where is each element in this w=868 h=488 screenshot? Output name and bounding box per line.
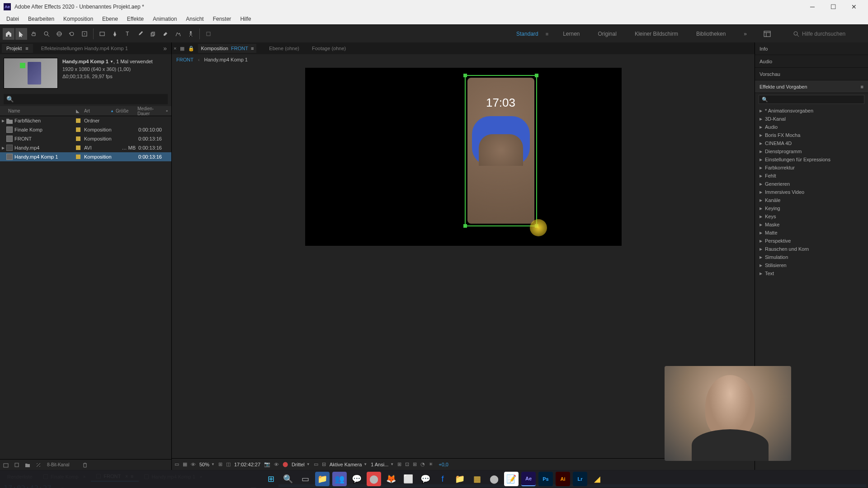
- col-tag[interactable]: ◣: [76, 108, 84, 113]
- red-app-icon[interactable]: ⬤: [367, 472, 381, 486]
- breadcrumb-current[interactable]: FRONT: [176, 57, 193, 62]
- explorer-icon[interactable]: 📁: [315, 472, 330, 486]
- effect-category[interactable]: ▶* Animationsvorgaben: [755, 107, 868, 115]
- channel-icon[interactable]: ⬤: [283, 461, 288, 467]
- project-search-input[interactable]: [4, 94, 168, 104]
- text-tool[interactable]: T: [122, 28, 133, 40]
- effects-search-input[interactable]: [759, 95, 864, 104]
- anchor-tool[interactable]: [79, 28, 90, 40]
- viewer-timecode[interactable]: 17:02:42:27: [234, 462, 260, 467]
- col-name[interactable]: Name: [0, 108, 76, 113]
- rectangle-tool[interactable]: [96, 28, 108, 40]
- mask-handle-tl[interactable]: [463, 74, 467, 77]
- mask-handle-tr[interactable]: [535, 74, 538, 77]
- teams-icon[interactable]: 👥: [332, 472, 347, 486]
- region-icon[interactable]: ◫: [226, 461, 231, 467]
- fast-preview-icon[interactable]: ▭: [314, 461, 318, 467]
- 3d-ground-icon[interactable]: ⊞: [413, 461, 417, 467]
- taskbar-search[interactable]: 🔍: [281, 472, 295, 486]
- panel-audio[interactable]: Audio: [755, 55, 868, 68]
- effect-settings-tab[interactable]: Effekteinstellungen Handy.mp4 Komp 1: [37, 44, 132, 53]
- workspace-kleiner[interactable]: Kleiner Bildschirm: [631, 29, 682, 39]
- effect-category[interactable]: ▶Kanäle: [755, 196, 868, 204]
- new-comp-icon[interactable]: [13, 461, 21, 469]
- brush-tool[interactable]: [134, 28, 146, 40]
- effect-category[interactable]: ▶Einstellungen für Expressions: [755, 155, 868, 164]
- effect-category[interactable]: ▶Perspektive: [755, 237, 868, 245]
- panel-info[interactable]: Info: [755, 42, 868, 55]
- workspace-overflow[interactable]: »: [740, 29, 750, 39]
- puppet-tool[interactable]: [185, 28, 197, 40]
- firefox-icon[interactable]: 🦊: [384, 472, 398, 486]
- panel-collapse-icon[interactable]: »: [163, 45, 167, 52]
- viewer-coord[interactable]: +0,0: [439, 462, 448, 467]
- effect-category[interactable]: ▶Dienstprogramm: [755, 147, 868, 155]
- effect-category[interactable]: ▶Keys: [755, 212, 868, 221]
- effect-category[interactable]: ▶Fehlt: [755, 172, 868, 180]
- menu-hilfe[interactable]: Hilfe: [236, 14, 255, 24]
- resolution-icon[interactable]: ⊞: [218, 461, 222, 467]
- new-folder-icon[interactable]: [24, 461, 32, 469]
- effect-category[interactable]: ▶Generieren: [755, 180, 868, 188]
- col-size[interactable]: Größe: [116, 108, 137, 113]
- whatsapp-icon[interactable]: 💬: [349, 472, 364, 486]
- notepad-icon[interactable]: 📝: [504, 472, 519, 486]
- roto-tool[interactable]: [172, 28, 184, 40]
- timeline-icon[interactable]: ⊟: [322, 461, 326, 467]
- app-icon-2[interactable]: ▦: [470, 472, 484, 486]
- panel-preview[interactable]: Vorschau: [755, 68, 868, 80]
- project-item[interactable]: ▶Handy.mp4AVI… MB0:00:13:16: [0, 143, 171, 152]
- project-item[interactable]: ▶FarbflächenOrdner: [0, 116, 171, 125]
- effect-category[interactable]: ▶CINEMA 4D: [755, 139, 868, 147]
- workspace-bibliotheken[interactable]: Bibliotheken: [693, 29, 729, 39]
- interpret-footage-icon[interactable]: [2, 461, 10, 469]
- workspace-reset-icon[interactable]: [761, 28, 773, 40]
- resolution-dropdown[interactable]: Drittel▼: [292, 462, 310, 467]
- after-effects-icon[interactable]: Ae: [521, 472, 536, 486]
- workspace-lernen[interactable]: Lernen: [559, 29, 583, 39]
- help-search-input[interactable]: [802, 31, 865, 37]
- transparency-grid-icon[interactable]: ▦: [183, 461, 187, 467]
- trash-icon[interactable]: [81, 461, 89, 469]
- effect-category[interactable]: ▶Maske: [755, 221, 868, 229]
- comp-tab-footage[interactable]: Footage (ohne): [312, 46, 346, 51]
- views-dropdown[interactable]: 1 Ansi...▼: [371, 462, 394, 467]
- home-tool[interactable]: [3, 28, 14, 40]
- effects-panel-menu[interactable]: ≡: [861, 84, 863, 89]
- effect-category[interactable]: ▶Simulation: [755, 253, 868, 261]
- rotate-tool[interactable]: [66, 28, 78, 40]
- minimize-button[interactable]: ─: [802, 0, 823, 14]
- zoom-dropdown[interactable]: 50%▼: [199, 462, 215, 467]
- effect-category[interactable]: ▶3D-Kanal: [755, 115, 868, 123]
- start-button[interactable]: ⊞: [264, 472, 278, 486]
- menu-datei[interactable]: Datei: [2, 14, 24, 24]
- mask-handle-bl[interactable]: [463, 224, 467, 228]
- pen-tool[interactable]: [109, 28, 121, 40]
- workspace-standard[interactable]: Standard: [513, 29, 542, 39]
- messenger-icon[interactable]: 💬: [418, 472, 433, 486]
- menu-ansicht[interactable]: Ansicht: [181, 14, 208, 24]
- illustrator-icon[interactable]: Ai: [556, 472, 570, 486]
- eraser-tool[interactable]: [160, 28, 171, 40]
- project-tab[interactable]: Projekt≡: [2, 44, 33, 53]
- new-adjustment-icon[interactable]: [34, 461, 42, 469]
- show-snapshot-icon[interactable]: 👁: [274, 462, 279, 467]
- mask-toggle-icon[interactable]: 👁: [191, 462, 196, 467]
- menu-effekte[interactable]: Effekte: [123, 14, 148, 24]
- col-duration[interactable]: Medien-Dauer: [137, 106, 165, 116]
- exposure-icon[interactable]: ☀: [429, 461, 433, 467]
- zoom-tool[interactable]: [41, 28, 52, 40]
- orbit-tool[interactable]: [53, 28, 65, 40]
- effect-category[interactable]: ▶Boris FX Mocha: [755, 131, 868, 139]
- comp-nav-icon[interactable]: ▦: [180, 46, 184, 52]
- effect-category[interactable]: ▶Text: [755, 269, 868, 277]
- workspace-menu-icon[interactable]: ≡: [546, 31, 548, 37]
- effect-category[interactable]: ▶Stilisieren: [755, 261, 868, 269]
- menu-fenster[interactable]: Fenster: [208, 14, 236, 24]
- maximize-button[interactable]: ☐: [823, 0, 844, 14]
- task-view[interactable]: ▭: [298, 472, 312, 486]
- effect-category[interactable]: ▶Matte: [755, 229, 868, 237]
- folder-icon[interactable]: 📁: [453, 472, 467, 486]
- photoshop-icon[interactable]: Ps: [538, 472, 553, 486]
- clone-tool[interactable]: [147, 28, 159, 40]
